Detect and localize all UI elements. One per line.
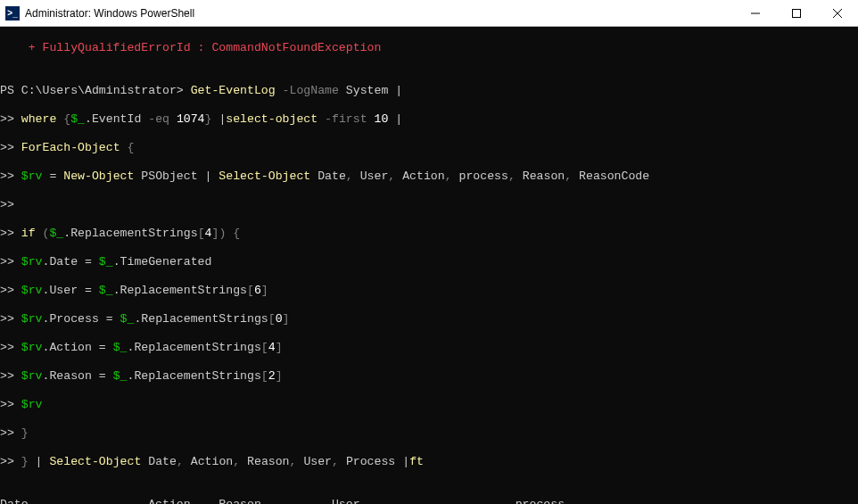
- command-line: >> $rv.Process = $_.ReplacementStrings[0…: [0, 312, 858, 326]
- window-titlebar: >_ Administrator: Windows PowerShell: [0, 0, 858, 27]
- command-line: >> if ($_.ReplacementStrings[4]) {: [0, 227, 858, 241]
- window-controls: [735, 0, 858, 27]
- command-line: >> $rv.Reason = $_.ReplacementStrings[2]: [0, 369, 858, 384]
- table-header: Date Action Reason User process: [0, 498, 858, 504]
- error-line: + FullyQualifiedErrorId : CommandNotFoun…: [0, 41, 858, 55]
- window-title: Administrator: Windows PowerShell: [25, 7, 735, 20]
- command-line: >> $rv.Date = $_.TimeGenerated: [0, 255, 858, 269]
- command-line: >> } | Select-Object Date, Action, Reaso…: [0, 455, 858, 469]
- close-button[interactable]: [817, 0, 858, 27]
- command-line: >>: [0, 198, 858, 212]
- powershell-icon: >_: [5, 6, 20, 21]
- terminal-output[interactable]: + FullyQualifiedErrorId : CommandNotFoun…: [0, 27, 858, 504]
- minimize-button[interactable]: [735, 0, 776, 27]
- command-line: >> }: [0, 426, 858, 441]
- maximize-button[interactable]: [776, 0, 817, 27]
- command-line: PS C:\Users\Administrator> Get-EventLog …: [0, 84, 858, 98]
- command-line: >> ForEach-Object {: [0, 141, 858, 155]
- command-line: >> $rv: [0, 398, 858, 412]
- svg-rect-1: [793, 9, 801, 17]
- command-line: >> $rv.User = $_.ReplacementStrings[6]: [0, 284, 858, 298]
- command-line: >> $rv.Action = $_.ReplacementStrings[4]: [0, 341, 858, 355]
- command-line: >> where {$_.EventId -eq 1074} |select-o…: [0, 112, 858, 127]
- command-line: >> $rv = New-Object PSObject | Select-Ob…: [0, 169, 858, 184]
